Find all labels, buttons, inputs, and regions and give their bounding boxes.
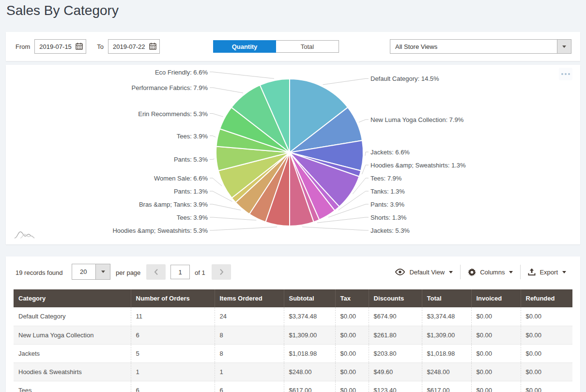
pie-slice-label: Performance Fabrics: 7.9% [131, 84, 208, 91]
table-cell: $0.00 [471, 381, 521, 392]
column-header[interactable]: Invoiced [471, 289, 521, 307]
table-cell: $203.80 [369, 344, 422, 362]
amcharts-logo[interactable] [14, 230, 36, 241]
table-cell: 8 [215, 326, 284, 344]
table-cell: $3,374.48 [422, 307, 471, 326]
table-cell: $0.00 [521, 362, 572, 381]
columns-menu-button[interactable]: Columns [461, 264, 520, 280]
table-cell: $617.00 [284, 381, 335, 392]
table-cell: 8 [215, 344, 284, 362]
quantity-toggle-button[interactable]: Quantity [213, 40, 276, 53]
chevron-down-icon[interactable] [557, 40, 571, 53]
table-cell: Hoodies & Sweatshirts [14, 362, 131, 381]
column-header[interactable]: Total [422, 289, 471, 307]
pie-label-leader-line [210, 178, 222, 186]
next-page-button[interactable] [212, 264, 231, 280]
pie-slice-label: Shorts: 1.3% [370, 214, 406, 221]
table-cell: $248.00 [422, 362, 471, 381]
gear-icon [468, 268, 476, 276]
column-header[interactable]: Category [14, 289, 131, 307]
previous-page-button[interactable] [146, 264, 166, 280]
table-cell: $617.00 [422, 381, 471, 392]
view-menu-label: Default View [409, 269, 445, 276]
pie-slice-label: Pants: 1.3% [174, 188, 208, 195]
table-cell: $0.00 [335, 344, 369, 362]
pie-slice-label: Jackets: 5.3% [370, 227, 410, 234]
table-cell: $123.40 [369, 381, 422, 392]
column-header[interactable]: Tax [335, 289, 369, 307]
table-cell: $1,309.00 [284, 326, 335, 344]
chart-menu-button[interactable] [559, 68, 572, 80]
store-view-value: All Store Views [390, 43, 557, 50]
table-cell: $674.90 [369, 307, 422, 326]
table-cell: $0.00 [335, 362, 369, 381]
table-cell: 1 [131, 362, 215, 381]
from-label: From [15, 43, 30, 50]
table-cell: $0.00 [521, 344, 572, 362]
pie-slice-label: New Luma Yoga Collection: 7.9% [370, 116, 463, 123]
pie-label-leader-line [359, 120, 369, 122]
report-grid-card: 19 records found 20 per page of 1 Defaul… [6, 256, 580, 392]
column-header[interactable]: Items Ordered [215, 289, 284, 307]
pie-slice-label: Erin Recommends: 5.3% [138, 110, 208, 117]
table-row: Tees66$617.00$0.00$123.40$617.00$0.00$0.… [14, 381, 572, 392]
calendar-icon[interactable] [149, 43, 156, 52]
table-row: New Luma Yoga Collection68$1,309.00$0.00… [14, 326, 572, 344]
pie-slice-label: Eco Friendly: 6.6% [155, 68, 208, 75]
pie-chart[interactable] [6, 65, 580, 244]
pie-label-leader-line [362, 165, 369, 174]
table-cell: 24 [215, 307, 284, 326]
table-cell: $1,309.00 [422, 326, 471, 344]
chevron-down-icon [509, 271, 513, 273]
column-header[interactable]: Subtotal [284, 289, 335, 307]
table-cell: $0.00 [335, 381, 369, 392]
report-table: CategoryNumber of OrdersItems OrderedSub… [14, 289, 572, 392]
total-toggle-button[interactable]: Total [276, 40, 339, 53]
pie-slice-label: Women Sale: 6.6% [154, 175, 208, 182]
columns-menu-label: Columns [480, 269, 505, 276]
pie-label-leader-line [210, 204, 241, 210]
chevron-right-icon [219, 269, 224, 275]
table-cell: Jackets [14, 344, 131, 362]
pie-slice-label: Tanks: 1.3% [370, 188, 405, 195]
table-cell: $248.00 [284, 362, 335, 381]
pie-slice-label: Hoodies &amp; Sweatshirts: 1.3% [370, 162, 466, 169]
quantity-total-toggle: Quantity Total [213, 40, 339, 53]
column-header[interactable]: Discounts [369, 289, 422, 307]
table-row: Default Category1124$3,374.48$0.00$674.9… [14, 307, 572, 326]
per-page-select[interactable]: 20 [72, 264, 110, 280]
page-number-input[interactable] [170, 265, 190, 279]
table-cell: 6 [131, 326, 215, 344]
page-count-label: of 1 [195, 269, 205, 276]
table-cell: $0.00 [471, 362, 521, 381]
chevron-down-icon[interactable] [95, 264, 110, 279]
store-view-select[interactable]: All Store Views [390, 39, 571, 54]
pie-label-leader-line [210, 88, 243, 93]
table-cell: $0.00 [335, 307, 369, 326]
export-menu-button[interactable]: Export [521, 264, 573, 280]
table-cell: $0.00 [471, 326, 521, 344]
pie-slice-label: Tees: 7.9% [370, 175, 401, 182]
pie-slice-label: Pants: 3.9% [370, 201, 404, 208]
pie-slice-label: Pants: 5.3% [174, 156, 208, 163]
pie-label-leader-line [210, 72, 274, 79]
column-header[interactable]: Refunded [521, 289, 572, 307]
table-cell: $0.00 [335, 326, 369, 344]
pie-label-leader-line [323, 78, 369, 85]
chevron-down-icon [562, 271, 566, 273]
view-menu-button[interactable]: Default View [387, 264, 460, 280]
pie-slice-label: Hoodies &amp; Sweatshirts: 5.3% [112, 227, 208, 234]
calendar-icon[interactable] [76, 43, 83, 52]
filter-bar: From To Quantity Total All Store Views [6, 32, 580, 61]
chevron-left-icon [154, 269, 158, 275]
table-cell: $0.00 [521, 381, 572, 392]
to-label: To [97, 43, 104, 50]
table-cell: $49.60 [369, 362, 422, 381]
table-cell: $0.00 [521, 307, 572, 326]
table-cell: 5 [131, 344, 215, 362]
eye-icon [395, 269, 405, 275]
column-header[interactable]: Number of Orders [131, 289, 215, 307]
pie-label-leader-line [317, 217, 369, 223]
page-title: Sales By Category [6, 3, 119, 18]
table-cell: $1,018.98 [422, 344, 471, 362]
